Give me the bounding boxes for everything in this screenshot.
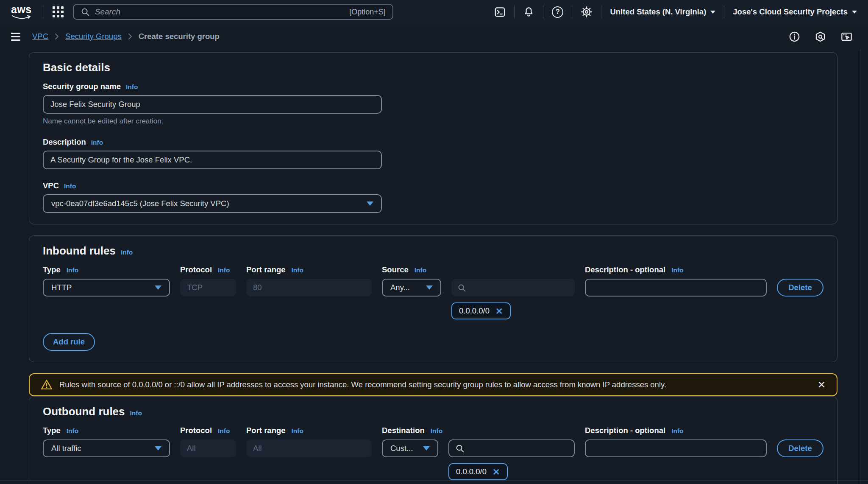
settings-button[interactable] [572, 6, 601, 18]
breadcrumb-link-vpc[interactable]: VPC [32, 32, 48, 41]
outbound-rules-title: Outbound rules [43, 405, 125, 418]
vpc-label: VPC [43, 181, 59, 190]
search-icon [81, 7, 90, 17]
inbound-delete-button[interactable]: Delete [777, 279, 823, 297]
global-search[interactable]: [Option+S] [73, 4, 393, 20]
info-link[interactable]: Info [126, 83, 138, 91]
protocol-column-label: Protocol [180, 265, 212, 274]
outbound-delete-button[interactable]: Delete [777, 439, 823, 457]
inbound-source-select[interactable]: Any... [382, 279, 441, 297]
search-input[interactable] [95, 7, 344, 17]
breadcrumb: VPC Security Groups Create security grou… [32, 32, 220, 41]
feedback-panel-button[interactable] [840, 31, 853, 42]
aws-logo-text: aws [11, 4, 32, 15]
warning-triangle-icon [41, 379, 53, 390]
info-link[interactable]: Info [218, 266, 230, 274]
notifications-button[interactable] [515, 6, 543, 18]
amazon-q-button[interactable] [815, 31, 826, 42]
port-range-column-label: Port range [246, 426, 286, 435]
basic-details-card: Basic details Security group name Info N… [29, 52, 837, 224]
breadcrumb-current-page: Create security group [139, 32, 220, 41]
outbound-type-value: All traffic [51, 444, 81, 453]
info-link[interactable]: Info [64, 182, 76, 190]
chevron-down-icon [155, 285, 161, 290]
info-panel-button[interactable] [789, 31, 800, 42]
add-rule-button[interactable]: Add rule [43, 333, 95, 351]
info-link[interactable]: Info [91, 139, 103, 146]
cloudshell-button[interactable] [486, 6, 514, 18]
help-button[interactable]: ? [543, 6, 572, 18]
breadcrumb-right-tools [789, 31, 857, 42]
screen-cursor-icon [840, 31, 853, 42]
name-help-text: Name cannot be edited after creation. [43, 117, 823, 126]
chevron-down-icon [423, 446, 430, 450]
chip-remove-icon[interactable]: ✕ [492, 467, 500, 476]
info-link[interactable]: Info [130, 409, 142, 417]
hamburger-menu-icon[interactable] [11, 33, 20, 41]
chip-remove-icon[interactable]: ✕ [495, 307, 503, 316]
outbound-cidr-chip: 0.0.0.0/0 ✕ [448, 463, 508, 480]
info-link[interactable]: Info [671, 427, 683, 435]
vpc-select[interactable]: vpc-0ea07df3e6ad145c5 (Jose Felix Securi… [43, 194, 382, 213]
services-grid-icon[interactable] [53, 6, 64, 17]
aws-smile-icon [11, 15, 31, 20]
warning-text: Rules with source of 0.0.0.0/0 or ::/0 a… [59, 380, 811, 389]
info-link[interactable]: Info [292, 427, 303, 435]
inbound-rule-description-input[interactable] [585, 279, 767, 297]
region-selector[interactable]: United States (N. Virginia) [601, 7, 724, 17]
outbound-destination-search[interactable] [448, 439, 575, 457]
info-link[interactable]: Info [67, 266, 78, 274]
inbound-source-cell: Any... 0.0.0.0/0 ✕ [382, 279, 575, 319]
description-column-label: Description - optional [585, 265, 665, 274]
outbound-rule-description-input[interactable] [585, 439, 767, 457]
side-panel-edge [860, 49, 860, 484]
description-input[interactable] [43, 151, 382, 169]
aws-logo[interactable]: aws [11, 4, 32, 20]
inbound-cidr-chip: 0.0.0.0/0 ✕ [451, 302, 511, 319]
chevron-down-icon [710, 11, 715, 14]
info-link[interactable]: Info [218, 427, 230, 435]
info-link[interactable]: Info [671, 266, 683, 274]
security-group-name-label: Security group name [43, 82, 121, 91]
amazon-q-hexagon-icon [815, 31, 826, 42]
outbound-rule-row: All traffic All All Cust... [43, 439, 823, 480]
info-link[interactable]: Info [292, 266, 303, 274]
info-link[interactable]: Info [431, 427, 442, 435]
open-cidr-warning-banner: Rules with source of 0.0.0.0/0 or ::/0 a… [29, 373, 837, 396]
outbound-destination-value: Cust... [390, 444, 413, 453]
info-link[interactable]: Info [121, 249, 133, 256]
info-link[interactable]: Info [67, 427, 78, 435]
inbound-type-value: HTTP [51, 283, 72, 292]
breadcrumb-link-security-groups[interactable]: Security Groups [65, 32, 122, 41]
info-circle-icon [789, 31, 800, 42]
description-column-label: Description - optional [585, 426, 665, 435]
inbound-type-select[interactable]: HTTP [43, 279, 170, 297]
chip-value: 0.0.0.0/0 [456, 467, 487, 476]
main-content: Basic details Security group name Info N… [0, 49, 868, 484]
search-shortcut-hint: [Option+S] [349, 8, 386, 17]
outbound-type-select[interactable]: All traffic [43, 439, 170, 457]
top-navigation-bar: aws [Option+S] [0, 0, 868, 24]
inbound-rules-title: Inbound rules [43, 244, 116, 257]
search-icon [455, 444, 465, 453]
chevron-down-icon [367, 201, 373, 206]
question-icon: ? [552, 6, 563, 18]
topbar-divider [43, 6, 43, 18]
search-icon [457, 283, 466, 292]
security-group-name-input[interactable] [43, 95, 382, 114]
close-icon[interactable]: ✕ [818, 380, 826, 390]
viewport-bottom-edge [0, 480, 868, 481]
inbound-source-search[interactable] [451, 279, 575, 297]
gear-icon [581, 6, 593, 18]
cloudshell-terminal-icon [494, 6, 506, 18]
chevron-down-icon [155, 446, 161, 450]
type-column-label: Type [43, 265, 61, 274]
info-link[interactable]: Info [415, 266, 426, 274]
account-menu[interactable]: Jose's Cloud Security Projects [724, 7, 857, 17]
outbound-destination-select[interactable]: Cust... [382, 439, 438, 457]
chevron-down-icon [852, 11, 857, 14]
port-range-column-label: Port range [246, 265, 286, 274]
inbound-source-value: Any... [390, 283, 410, 292]
vpc-select-value: vpc-0ea07df3e6ad145c5 (Jose Felix Securi… [51, 199, 229, 208]
outbound-rules-card: Outbound rules Info Type Info Protocol I… [29, 396, 837, 484]
